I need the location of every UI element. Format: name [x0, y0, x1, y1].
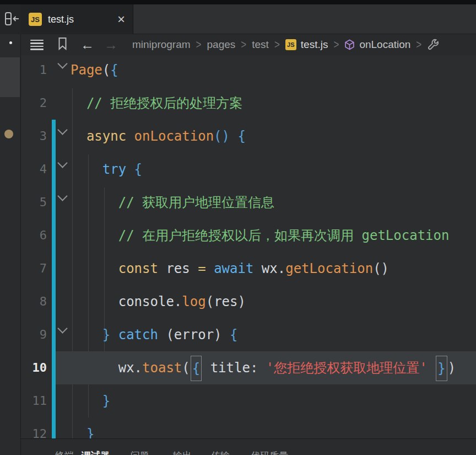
breadcrumb-separator: >	[274, 38, 280, 52]
line-number[interactable]: 11	[21, 384, 52, 417]
fold-toggle[interactable]	[56, 153, 71, 186]
line-body: } catch (error) {	[56, 318, 476, 351]
code-text[interactable]: try {	[71, 153, 142, 186]
close-icon[interactable]: ×	[117, 13, 125, 26]
current-line-highlight: wx.toast({ title: '您拒绝授权获取地理位置' })	[56, 351, 476, 384]
code-text[interactable]: }	[71, 417, 94, 438]
js-file-icon: JS	[29, 13, 42, 26]
token: error	[174, 327, 214, 342]
code-text[interactable]: }	[71, 384, 110, 417]
token	[158, 261, 166, 276]
code-line-5: 5 // 获取用户地理位置信息	[21, 186, 476, 219]
tree-selected-row[interactable]	[0, 57, 20, 97]
token	[258, 360, 266, 376]
symbol-cube-icon	[344, 39, 355, 50]
token: }	[86, 426, 94, 438]
panel-tab-4[interactable]: 输出	[173, 449, 192, 455]
token: try	[102, 162, 126, 177]
token: }	[436, 356, 447, 381]
chevron-down-icon	[57, 158, 67, 168]
gutter-spacer	[52, 87, 56, 120]
token: wx	[262, 261, 278, 276]
code-text[interactable]: } catch (error) {	[71, 318, 237, 351]
line-number[interactable]: 5	[21, 186, 52, 219]
panel-tab-1[interactable]: 终端	[55, 449, 74, 455]
token	[71, 261, 118, 276]
gutter-change-bar	[52, 351, 56, 384]
breadcrumb-item-test-js[interactable]: JStest.js	[285, 39, 328, 51]
line-number[interactable]: 9	[21, 318, 52, 351]
code-text[interactable]: Page({	[71, 55, 118, 87]
code-text[interactable]: wx.toast({ title: '您拒绝授权获取地理位置' })	[71, 351, 456, 384]
token: log	[182, 294, 205, 309]
window-top-strip	[0, 0, 476, 4]
token	[71, 393, 102, 409]
code-editor[interactable]: 1Page({2 // 拒绝授权后的处理方案3 async onLocation…	[21, 55, 476, 438]
panel-tab-6[interactable]: 代码质量	[251, 449, 288, 455]
breadcrumb-label: onLocation	[359, 39, 410, 51]
bookmark-icon[interactable]	[58, 37, 67, 52]
collapse-sidebar-button[interactable]	[4, 11, 20, 26]
code-text[interactable]: async onLocation() {	[71, 120, 246, 153]
panel-tab-2[interactable]: 调试器	[82, 449, 110, 455]
code-text[interactable]: const res = await wx.getLocation()	[71, 252, 389, 285]
line-number[interactable]: 10	[21, 351, 52, 384]
token: )	[237, 294, 245, 309]
line-number[interactable]: 6	[21, 219, 52, 252]
token: res	[214, 294, 237, 309]
breadcrumb-item-symbol[interactable]	[427, 39, 443, 51]
code-text[interactable]: // 获取用户地理位置信息	[71, 186, 274, 219]
code-text[interactable]: console.log(res)	[71, 285, 246, 318]
panel-tab-5[interactable]: 传输	[211, 449, 230, 455]
tab-label: test.js	[48, 14, 117, 25]
code-line-9: 9 } catch (error) {	[21, 318, 476, 351]
breadcrumb-item-test[interactable]: test	[252, 39, 269, 51]
code-line-8: 8 console.log(res)	[21, 285, 476, 318]
tab-test-js[interactable]: JS test.js ×	[21, 4, 133, 34]
file-status-dot	[4, 130, 13, 138]
gutter-change-bar	[52, 384, 56, 417]
token	[126, 129, 134, 144]
gutter-change-bar	[52, 417, 56, 438]
token	[126, 162, 134, 177]
token: (	[206, 294, 214, 309]
token: =	[198, 261, 205, 276]
line-number[interactable]: 8	[21, 285, 52, 318]
breadcrumb-item-onLocation[interactable]: onLocation	[344, 39, 410, 51]
forward-arrow-icon[interactable]: →	[104, 38, 118, 52]
fold-toggle[interactable]	[56, 318, 71, 351]
fold-toggle[interactable]	[56, 186, 71, 219]
line-number[interactable]: 12	[21, 417, 52, 438]
line-body: }	[56, 417, 476, 438]
code-text[interactable]: // 在用户拒绝授权以后，如果再次调用 getLocation	[71, 219, 449, 252]
breadcrumb-separator: >	[333, 38, 339, 52]
js-file-icon: JS	[285, 39, 296, 50]
token: catch	[118, 327, 158, 342]
line-number[interactable]: 2	[21, 87, 52, 120]
gutter-change-bar	[52, 219, 56, 252]
line-number[interactable]: 1	[21, 55, 52, 87]
outline-icon[interactable]	[30, 38, 44, 52]
fold-toggle[interactable]	[56, 120, 71, 153]
fold-toggle[interactable]	[56, 55, 71, 87]
gutter-change-bar	[52, 252, 56, 285]
token: {	[134, 162, 142, 177]
line-number[interactable]: 3	[21, 120, 52, 153]
code-text[interactable]: // 拒绝授权后的处理方案	[71, 87, 242, 120]
breadcrumb-separator: >	[196, 38, 202, 52]
line-body: // 获取用户地理位置信息	[56, 186, 476, 219]
back-arrow-icon[interactable]: ←	[80, 38, 94, 52]
token	[71, 129, 86, 144]
code-line-10: 10 wx.toast({ title: '您拒绝授权获取地理位置' })	[21, 351, 476, 384]
breadcrumb-item-pages[interactable]: pages	[207, 39, 236, 51]
line-number[interactable]: 4	[21, 153, 52, 186]
panel-tab-3[interactable]: 问题	[131, 449, 149, 455]
breadcrumb-item-miniprogram[interactable]: miniprogram	[132, 39, 191, 51]
token	[222, 327, 230, 342]
line-number[interactable]: 7	[21, 252, 52, 285]
token: {	[230, 327, 237, 342]
token: .	[278, 261, 285, 276]
bottom-panel-tabs: 终端调试器问题输出传输代码质量	[0, 438, 476, 455]
line-body: // 在用户拒绝授权以后，如果再次调用 getLocation	[56, 219, 476, 252]
token	[190, 261, 198, 276]
